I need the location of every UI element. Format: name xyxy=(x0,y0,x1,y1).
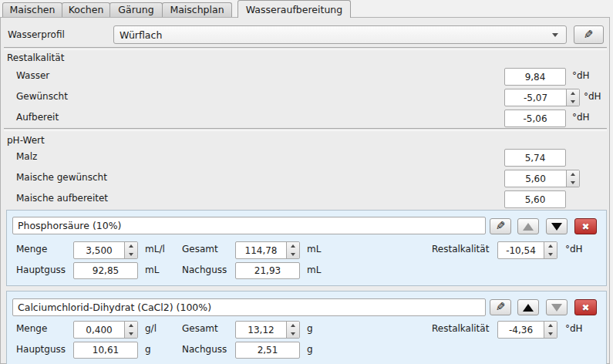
delete-icon: ✖ xyxy=(581,303,589,312)
hauptguss-unit: mL xyxy=(145,265,159,275)
ph-section-title: pH-Wert xyxy=(7,136,45,146)
restalkalitaet-value: -10,54 xyxy=(498,242,544,258)
additive-name: Calciumchlorid-Dihydrat (CaCl2) (100%) xyxy=(18,302,211,313)
additive-name-input[interactable]: Calciumchlorid-Dihydrat (CaCl2) (100%) xyxy=(12,298,486,316)
hauptguss-value-field: 10,61 xyxy=(73,342,138,359)
nachguss-value: 2,51 xyxy=(258,345,278,356)
gesamt-value: 13,12 xyxy=(236,322,286,338)
gesamt-spinbox[interactable]: 114,78 xyxy=(235,241,300,259)
malz-value-field: 5,74 xyxy=(504,149,566,167)
gewuenscht-unit: °dH xyxy=(584,92,601,102)
hauptguss-value: 92,85 xyxy=(93,265,119,276)
spinner xyxy=(124,242,137,258)
aufbereit-value: -5,06 xyxy=(523,113,547,124)
maische-gewuenscht-value: 5,60 xyxy=(505,170,566,187)
spin-up-icon[interactable] xyxy=(125,322,137,330)
move-down-button[interactable] xyxy=(546,299,568,315)
wasserprofil-selected-value: Würflach xyxy=(120,29,162,41)
spin-up-icon[interactable] xyxy=(287,322,299,330)
separator xyxy=(4,128,607,131)
spin-down-icon[interactable] xyxy=(544,251,557,259)
spinner xyxy=(544,242,557,258)
restalkalitaet-spinbox[interactable]: -10,54 xyxy=(497,241,557,259)
menge-unit: g/l xyxy=(145,324,157,334)
spin-up-icon[interactable] xyxy=(567,89,579,98)
delete-additive-button[interactable]: ✖ xyxy=(574,299,597,315)
move-up-button[interactable] xyxy=(517,299,539,315)
malz-label: Malz xyxy=(16,152,37,162)
arrow-up-icon xyxy=(523,223,534,231)
aufbereit-label: Aufbereit xyxy=(16,113,59,123)
additive-name-input[interactable]: Phosphorsäure (10%) xyxy=(12,217,486,234)
wasserprofil-label: Wasserprofil xyxy=(8,30,65,40)
spin-down-icon[interactable] xyxy=(287,251,299,259)
pencil-icon: ✎ xyxy=(496,302,506,313)
nachguss-unit: g xyxy=(307,345,313,355)
menge-spinbox[interactable]: 3,500 xyxy=(73,241,138,259)
spinner xyxy=(124,322,137,338)
edit-wasserprofil-button[interactable]: ✎ xyxy=(574,25,604,44)
nachguss-label: Nachguss xyxy=(182,345,227,355)
spinner xyxy=(286,322,299,338)
nachguss-value-field: 21,93 xyxy=(235,262,300,279)
hauptguss-value-field: 92,85 xyxy=(73,262,138,279)
spin-down-icon[interactable] xyxy=(125,330,137,339)
gesamt-value: 114,78 xyxy=(236,242,286,258)
tab-maischen[interactable]: Maischen xyxy=(2,2,62,17)
spin-down-icon[interactable] xyxy=(567,179,579,187)
wasser-unit: °dH xyxy=(572,71,590,81)
gesamt-label: Gesamt xyxy=(182,324,218,334)
tab-gaerung[interactable]: Gärung xyxy=(109,2,163,17)
nachguss-value: 21,93 xyxy=(254,265,281,276)
spin-up-icon[interactable] xyxy=(567,170,579,179)
maische-gewuenscht-label: Maische gewünscht xyxy=(16,173,107,183)
menge-value: 0,400 xyxy=(74,322,124,338)
menge-spinbox[interactable]: 0,400 xyxy=(73,321,138,339)
maische-aufbereitet-label: Maische aufbereitet xyxy=(16,194,108,204)
spin-down-icon[interactable] xyxy=(544,330,557,339)
spin-down-icon[interactable] xyxy=(287,330,299,339)
restalkalitaet-unit: °dH xyxy=(565,324,583,334)
restalkalitaet-value: -4,36 xyxy=(498,322,544,338)
spinner xyxy=(286,242,299,258)
spin-up-icon[interactable] xyxy=(544,322,557,330)
pencil-icon: ✎ xyxy=(496,221,506,232)
spinner xyxy=(566,170,579,187)
spin-up-icon[interactable] xyxy=(125,242,137,251)
aufbereit-value-field: -5,06 xyxy=(504,110,566,127)
maische-aufbereitet-value: 5,60 xyxy=(525,194,546,205)
hauptguss-value: 10,61 xyxy=(93,345,119,356)
nachguss-label: Nachguss xyxy=(182,265,227,275)
menge-label: Menge xyxy=(16,244,47,254)
wasserprofil-select[interactable]: Würflach xyxy=(113,25,567,44)
malz-value: 5,74 xyxy=(525,153,546,163)
spin-up-icon[interactable] xyxy=(287,242,299,251)
move-down-button[interactable] xyxy=(546,218,568,234)
arrow-down-icon xyxy=(551,304,562,312)
move-up-button[interactable] xyxy=(517,218,539,234)
edit-additive-button[interactable]: ✎ xyxy=(490,299,511,315)
gesamt-unit: g xyxy=(307,324,313,334)
gesamt-spinbox[interactable]: 13,12 xyxy=(235,321,300,339)
maische-gewuenscht-spinbox[interactable]: 5,60 xyxy=(504,170,580,187)
tab-wasseraufbereitung[interactable]: Wasseraufbereitung xyxy=(237,0,351,18)
delete-additive-button[interactable]: ✖ xyxy=(574,218,597,234)
spinner xyxy=(544,322,557,338)
spin-up-icon[interactable] xyxy=(544,242,557,251)
pencil-icon: ✎ xyxy=(584,29,594,41)
maische-aufbereitet-value-field: 5,60 xyxy=(504,190,566,208)
spin-down-icon[interactable] xyxy=(567,98,579,106)
wasser-value: 9,84 xyxy=(525,72,546,83)
restalkalitaet-spinbox[interactable]: -4,36 xyxy=(497,321,557,339)
wasser-value-field: 9,84 xyxy=(504,68,566,86)
delete-icon: ✖ xyxy=(581,222,589,231)
edit-additive-button[interactable]: ✎ xyxy=(490,218,511,234)
wasser-label: Wasser xyxy=(16,71,49,81)
hauptguss-label: Hauptguss xyxy=(16,345,66,355)
gewuenscht-spinbox[interactable]: -5,07 xyxy=(504,89,580,106)
tab-kochen[interactable]: Kochen xyxy=(62,2,110,17)
spin-down-icon[interactable] xyxy=(125,251,137,259)
menge-value: 3,500 xyxy=(74,242,124,258)
gesamt-unit: mL xyxy=(307,244,321,254)
tab-maischplan[interactable]: Maischplan xyxy=(162,2,232,17)
